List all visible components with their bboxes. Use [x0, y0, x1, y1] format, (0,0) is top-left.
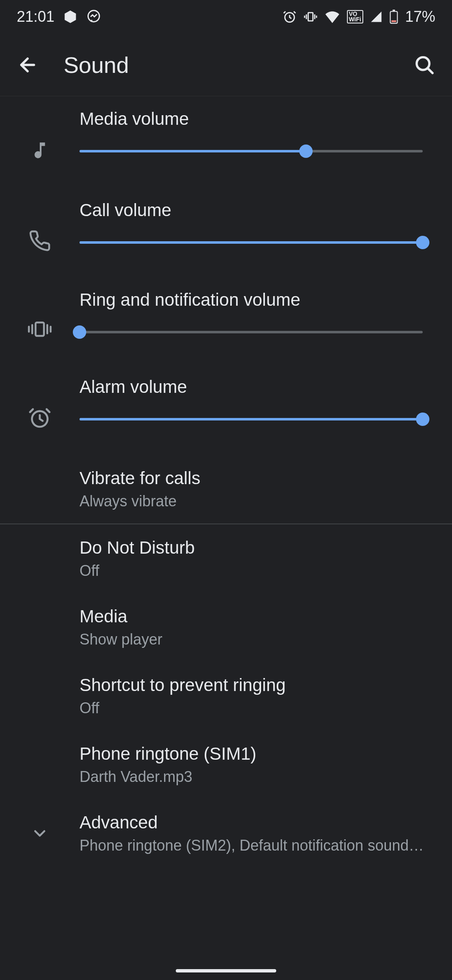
- page-title: Sound: [64, 52, 388, 78]
- notification-hex-icon: [63, 9, 78, 24]
- call-volume-label: Call volume: [80, 200, 423, 220]
- settings-content: Media volume Call volume: [0, 96, 452, 868]
- ringtone-sim1-item[interactable]: Phone ringtone (SIM1) Darth Vader.mp3: [0, 730, 452, 799]
- media-volume-item: Media volume: [0, 96, 452, 188]
- call-volume-item: Call volume: [0, 188, 452, 277]
- vibrate-for-calls-item[interactable]: Vibrate for calls Always vibrate: [0, 455, 452, 524]
- media-setting-item[interactable]: Media Show player: [0, 593, 452, 662]
- back-button[interactable]: [13, 50, 43, 80]
- battery-percent: 17%: [405, 8, 435, 26]
- search-icon: [413, 54, 435, 76]
- messenger-icon: [86, 9, 101, 24]
- shortcut-sub: Off: [80, 699, 427, 717]
- vibrate-status-icon: [303, 10, 318, 24]
- media-volume-slider[interactable]: [80, 150, 423, 152]
- search-button[interactable]: [409, 50, 439, 80]
- vibrate-icon: [27, 319, 52, 339]
- media-setting-title: Media: [80, 606, 427, 627]
- ring-volume-item: Ring and notification volume: [0, 277, 452, 364]
- ring-volume-slider[interactable]: [80, 331, 423, 333]
- svg-rect-2: [308, 13, 313, 21]
- status-bar: 21:01 VOWiFi 17%: [0, 0, 452, 34]
- svg-rect-7: [36, 322, 44, 336]
- nav-handle[interactable]: [176, 969, 276, 972]
- vowifi-icon: VOWiFi: [347, 10, 363, 23]
- dnd-item[interactable]: Do Not Disturb Off: [0, 524, 452, 593]
- call-volume-slider[interactable]: [80, 241, 423, 244]
- music-note-icon: [29, 138, 50, 162]
- svg-rect-5: [391, 21, 396, 22]
- alarm-status-icon: [282, 10, 297, 24]
- alarm-volume-label: Alarm volume: [80, 377, 423, 397]
- ringtone-sim1-sub: Darth Vader.mp3: [80, 768, 427, 786]
- dnd-sub: Off: [80, 562, 427, 580]
- vibrate-for-calls-sub: Always vibrate: [80, 493, 427, 510]
- ring-volume-label: Ring and notification volume: [80, 290, 423, 310]
- dnd-title: Do Not Disturb: [80, 538, 427, 558]
- advanced-item[interactable]: Advanced Phone ringtone (SIM2), Default …: [0, 799, 452, 868]
- signal-icon: [370, 10, 383, 23]
- alarm-volume-slider[interactable]: [80, 418, 423, 420]
- media-setting-sub: Show player: [80, 631, 427, 648]
- arrow-back-icon: [17, 54, 39, 76]
- alarm-icon: [28, 406, 51, 430]
- svg-rect-4: [393, 10, 395, 11]
- ringtone-sim1-title: Phone ringtone (SIM1): [80, 744, 427, 764]
- battery-icon: [389, 10, 398, 24]
- divider: [0, 524, 452, 524]
- status-time: 21:01: [17, 8, 54, 26]
- advanced-title: Advanced: [80, 812, 427, 833]
- wifi-icon: [324, 10, 340, 23]
- shortcut-title: Shortcut to prevent ringing: [80, 675, 427, 695]
- chevron-down-icon: [31, 824, 49, 843]
- shortcut-item[interactable]: Shortcut to prevent ringing Off: [0, 662, 452, 730]
- app-bar: Sound: [0, 34, 452, 96]
- advanced-sub: Phone ringtone (SIM2), Default notificat…: [80, 837, 427, 854]
- vibrate-for-calls-title: Vibrate for calls: [80, 468, 427, 488]
- phone-icon: [28, 230, 51, 252]
- alarm-volume-item: Alarm volume: [0, 364, 452, 455]
- media-volume-label: Media volume: [80, 109, 423, 129]
